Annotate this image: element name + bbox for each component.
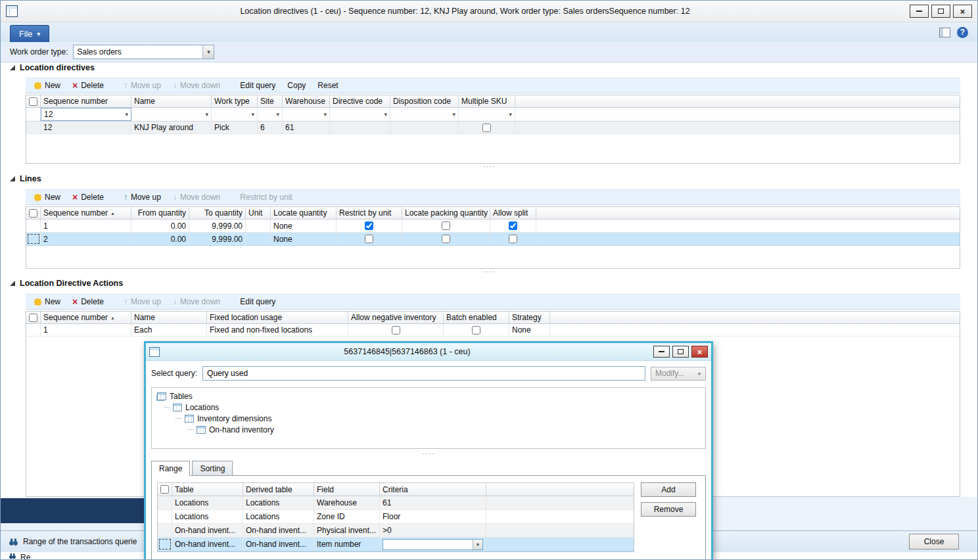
edit-query-button[interactable]: Edit query — [234, 80, 281, 91]
help-icon[interactable]: ? — [957, 27, 968, 38]
cell-locate-quantity[interactable]: None — [271, 220, 337, 232]
splitter-handle[interactable]: ···· — [1, 269, 977, 275]
move-down-button[interactable]: ↓Move down — [167, 191, 226, 203]
column-header-disposition-code[interactable]: Disposition code — [390, 95, 459, 107]
table-row[interactable]: 1 0.00 9,999.00 None — [26, 220, 960, 233]
cell-sequence[interactable]: 2 — [41, 233, 131, 245]
column-header-sequence[interactable]: Sequence number▲ — [41, 312, 131, 323]
new-button[interactable]: New — [28, 296, 66, 308]
cell-fixed-location-usage[interactable]: Fixed and non-fixed locations — [207, 324, 348, 336]
column-header-warehouse[interactable]: Warehouse — [283, 95, 330, 107]
cell-sequence[interactable]: 12 — [41, 122, 131, 133]
filter-cell-directive-code[interactable]: ▾ — [330, 108, 390, 121]
chevron-down-icon[interactable]: ▾ — [473, 540, 482, 549]
tree-item-locations[interactable]: Locations — [156, 402, 701, 413]
modify-button[interactable]: Modify... ▸ — [651, 367, 706, 381]
cell-criteria[interactable]: Floor — [380, 510, 486, 523]
tab-sorting[interactable]: Sorting — [192, 461, 233, 476]
add-button[interactable]: Add — [641, 482, 696, 497]
column-header-locate-packing-quantity[interactable]: Locate packing quantity — [402, 207, 490, 219]
cell-disposition-code[interactable] — [390, 122, 459, 133]
select-all-checkbox[interactable] — [29, 314, 37, 322]
column-header-sequence[interactable]: Sequence number▲ — [41, 207, 131, 219]
select-query-input[interactable] — [202, 366, 645, 381]
tree-item-inventory-dimensions[interactable]: Inventory dimensions — [156, 413, 701, 424]
column-header-unit[interactable]: Unit — [246, 207, 271, 219]
cell-derived-table[interactable]: Locations — [243, 496, 314, 509]
row-selector-cell[interactable] — [26, 324, 41, 336]
cell-strategy[interactable]: None — [509, 324, 550, 336]
cell-sequence[interactable]: 1 — [41, 220, 131, 232]
table-row[interactable]: Locations Locations Warehouse 61 — [158, 496, 634, 510]
cell-field[interactable]: Physical invent... — [314, 524, 380, 537]
filter-cell-disposition-code[interactable]: ▾ — [390, 108, 459, 121]
select-all-checkbox[interactable] — [160, 485, 169, 494]
column-header-field[interactable]: Field — [314, 483, 380, 496]
criteria-combobox[interactable]: ▾ — [383, 539, 483, 550]
allow-split-checkbox[interactable] — [509, 222, 517, 230]
locate-packing-quantity-checkbox[interactable] — [442, 222, 450, 230]
move-up-button[interactable]: ↑Move up — [118, 191, 167, 203]
chevron-down-icon[interactable]: ▾ — [202, 45, 214, 58]
filter-cell-site[interactable]: ▾ — [258, 108, 283, 121]
work-order-type-combobox[interactable]: Sales orders ▾ — [73, 45, 214, 59]
cell-site[interactable]: 6 — [258, 122, 283, 133]
column-header-name[interactable]: Name — [131, 95, 212, 107]
restrict-by-unit-button[interactable]: Restrict by unit — [234, 191, 298, 203]
table-row-selected[interactable]: On-hand invent... On-hand invent... Item… — [158, 538, 634, 551]
cell-derived-table[interactable]: On-hand invent... — [243, 524, 314, 537]
select-all-checkbox[interactable] — [29, 97, 37, 106]
row-selector-cell[interactable] — [158, 510, 172, 523]
column-header-work-type[interactable]: Work type — [212, 95, 258, 107]
column-header-locate-quantity[interactable]: Locate quantity — [271, 207, 337, 219]
batch-enabled-checkbox[interactable] — [472, 326, 480, 335]
cell-sequence[interactable]: 1 — [41, 324, 131, 336]
move-up-button[interactable]: ↑Move up — [118, 296, 167, 308]
filter-cell-warehouse[interactable]: ▾ — [283, 108, 330, 121]
restrict-by-unit-checkbox[interactable] — [365, 235, 373, 243]
cell-field[interactable]: Warehouse — [314, 496, 380, 509]
move-down-button[interactable]: ↓Move down — [167, 296, 226, 308]
cell-derived-table[interactable]: On-hand invent... — [243, 538, 314, 551]
allow-negative-inventory-checkbox[interactable] — [392, 326, 400, 335]
column-header-fixed-location-usage[interactable]: Fixed location usage — [207, 312, 348, 323]
copy-button[interactable]: Copy — [281, 80, 312, 91]
section-header-actions[interactable]: Location Directive Actions — [10, 279, 123, 288]
row-selector-cell[interactable] — [158, 538, 172, 551]
edit-query-button[interactable]: Edit query — [234, 296, 281, 308]
column-header-from-quantity[interactable]: From quantity — [131, 207, 189, 219]
table-row[interactable]: Locations Locations Zone ID Floor — [158, 510, 634, 524]
column-header-name[interactable]: Name — [131, 312, 207, 323]
cell-criteria[interactable]: 61 — [380, 496, 486, 509]
allow-split-checkbox[interactable] — [509, 235, 517, 243]
form-close-button[interactable]: Close — [909, 534, 959, 549]
cell-directive-code[interactable] — [330, 122, 390, 133]
column-header-strategy[interactable]: Strategy — [509, 312, 550, 323]
file-menu-button[interactable]: File ▾ — [10, 25, 49, 42]
column-header-multiple-sku[interactable]: Multiple SKU — [459, 95, 515, 107]
close-window-button[interactable]: × — [953, 5, 972, 18]
table-row-selected[interactable]: 2 0.00 9,999.00 None — [26, 233, 960, 246]
cell-to-quantity[interactable]: 9,999.00 — [189, 220, 246, 232]
cell-from-quantity[interactable]: 0.00 — [131, 220, 189, 232]
dialog-close-button[interactable]: × — [691, 346, 708, 358]
table-row[interactable]: 12 KNJ Play around Pick 6 61 — [26, 122, 960, 134]
column-header-table[interactable]: Table — [172, 483, 243, 496]
cell-field[interactable]: Item number — [314, 538, 380, 551]
filter-cell-multiple-sku[interactable]: ▾ — [459, 108, 515, 121]
cell-locate-quantity[interactable]: None — [271, 233, 337, 245]
new-button[interactable]: New — [28, 80, 66, 91]
criteria-input[interactable] — [383, 540, 473, 549]
cell-from-quantity[interactable]: 0.00 — [131, 233, 189, 245]
cell-table[interactable]: Locations — [172, 496, 243, 509]
select-all-checkbox[interactable] — [29, 209, 37, 218]
restrict-by-unit-checkbox[interactable] — [365, 222, 373, 230]
new-button[interactable]: New — [28, 191, 66, 203]
reset-button[interactable]: Reset — [312, 80, 344, 91]
column-header-allow-split[interactable]: Allow split — [490, 207, 536, 219]
column-header-restrict-by-unit[interactable]: Restrict by unit — [337, 207, 402, 219]
column-header-criteria[interactable]: Criteria — [380, 483, 486, 496]
locate-packing-quantity-checkbox[interactable] — [442, 235, 450, 243]
filter-cell-name[interactable]: ▾ — [131, 108, 212, 121]
tree-item-on-hand-inventory[interactable]: On-hand inventory — [156, 424, 701, 435]
